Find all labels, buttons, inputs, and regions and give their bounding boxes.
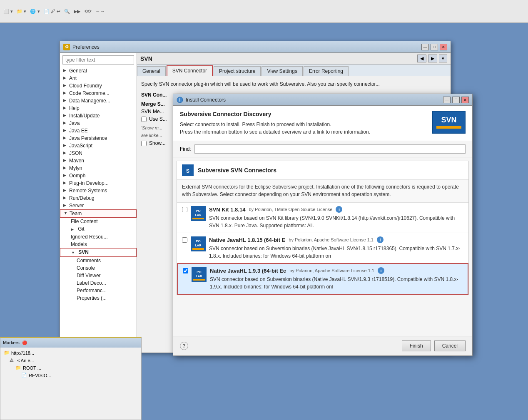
javaHL-1815-checkbox[interactable] <box>182 237 187 243</box>
tree-item-install-update[interactable]: ▶ Install/Update <box>60 112 137 119</box>
javaHL-193-logo: PO LAR <box>192 267 207 282</box>
tab-general[interactable]: General <box>137 66 166 76</box>
nav-back-button[interactable]: ◀ <box>417 55 426 62</box>
arrow-javascript: ▶ <box>63 143 68 148</box>
tree-item-plugin-dev[interactable]: ▶ Plug-in Develop... <box>60 179 137 187</box>
tabs-row: General SVN Connector Project structure … <box>137 65 451 76</box>
label-server: Server <box>69 203 84 209</box>
javaHL-193-details: Native JavaHL 1.9.3 (64-bit Ec by Polari… <box>210 267 463 291</box>
window-controls[interactable]: — □ ✕ <box>421 44 447 50</box>
dialog-close-button[interactable]: ✕ <box>461 97 469 103</box>
tree-item-svn[interactable]: ▼ SVN <box>60 248 137 257</box>
tree-item-ant[interactable]: ▶ Ant <box>60 75 137 82</box>
find-input[interactable] <box>194 144 466 154</box>
tree-item-help[interactable]: ▶ Help <box>60 104 137 112</box>
markers-node-revision[interactable]: 📄 REVISIO... <box>2 372 139 379</box>
tree-item-run-debug[interactable]: ▶ Run/Debug <box>60 194 137 202</box>
markers-node-root[interactable]: 📁 ROOT ... <box>2 364 139 372</box>
nav-dropdown-button[interactable]: ▾ <box>439 55 447 62</box>
filter-input[interactable] <box>62 55 134 65</box>
tree-item-mylyn[interactable]: ▶ Mylyn <box>60 164 137 172</box>
tab-project-structure[interactable]: Project structure <box>214 66 261 76</box>
label-remote-sys: Remote Systems <box>69 188 107 194</box>
connector-group-desc: External SVN connectors for the Eclipse … <box>177 180 468 202</box>
ane-icon: ⚠ <box>10 358 15 363</box>
tree-item-java-persistence[interactable]: ▶ Java Persistence <box>60 134 137 142</box>
svnkit-1814-info-icon[interactable]: i <box>336 206 342 213</box>
tree-item-label-deco[interactable]: Label Deco... <box>60 279 137 287</box>
nav-forward-button[interactable]: ▶ <box>428 55 437 62</box>
label-ignored-res: Ignored Resou... <box>71 234 108 240</box>
javaHL-193-checkbox[interactable] <box>183 268 188 273</box>
tree-item-javascript[interactable]: ▶ JavaScript <box>60 142 137 149</box>
cancel-button[interactable]: Cancel <box>434 340 466 351</box>
tree-item-git[interactable]: ▶ Git <box>60 225 137 233</box>
arrow-oomph: ▶ <box>63 173 68 178</box>
svg-text:i: i <box>179 98 181 102</box>
preferences-header: SVN ◀ ▶ ▾ <box>137 53 451 65</box>
dialog-main-title: Subversive Connector Discovery <box>180 111 370 117</box>
root-folder-icon: 📁 <box>15 365 21 371</box>
svn-logo: SVN <box>432 111 466 134</box>
svg-rect-15 <box>193 279 205 281</box>
tree-item-java-ee[interactable]: ▶ Java EE <box>60 127 137 134</box>
label-models: Models <box>71 241 87 247</box>
tree-item-remote-sys[interactable]: ▶ Remote Systems <box>60 187 137 194</box>
javaHL-1815-license: by Polarion, Apache Software License 1.1 <box>289 237 374 242</box>
tab-svn-connector[interactable]: SVN Connector <box>167 65 213 76</box>
javaHL-193-license: by Polarion, Apache Software License 1.1 <box>289 268 374 273</box>
label-team: Team <box>70 211 82 216</box>
tree-item-diff-viewer[interactable]: Diff Viewer <box>60 272 137 279</box>
svnkit-1814-details: SVN Kit 1.8.14 by Polarion, TMate Open S… <box>209 206 463 229</box>
tree-item-team[interactable]: ▼ Team <box>60 209 137 218</box>
tree-item-maven[interactable]: ▶ Maven <box>60 157 137 164</box>
tree-item-server[interactable]: ▶ Server <box>60 202 137 209</box>
show-checkbox[interactable] <box>141 141 147 146</box>
use-checkbox[interactable] <box>141 117 147 122</box>
tree-item-file-content[interactable]: File Content <box>60 218 137 225</box>
connectors-list: S Subversive SVN Connectors External SVN… <box>173 157 472 336</box>
arrow-general: ▶ <box>63 68 68 73</box>
svn-page-title: SVN <box>140 55 152 62</box>
finish-button[interactable]: Finish <box>402 340 431 351</box>
svnkit-1814-checkbox[interactable] <box>182 207 187 212</box>
javaHL-1815-info-icon[interactable]: i <box>377 236 384 243</box>
markers-titlebar: Markers 🔴 <box>0 338 141 348</box>
markers-node-http[interactable]: 📁 http://118... <box>2 349 139 357</box>
svg-text:PO: PO <box>196 239 201 243</box>
label-performance: Performanc... <box>77 288 107 293</box>
tree-item-cloud-foundry[interactable]: ▶ Cloud Foundry <box>60 82 137 89</box>
close-button[interactable]: ✕ <box>440 44 447 50</box>
tree-item-general[interactable]: ▶ General <box>60 67 137 75</box>
dialog-maximize-button[interactable]: □ <box>452 97 460 103</box>
tree-item-ignored-res[interactable]: Ignored Resou... <box>60 233 137 241</box>
maximize-button[interactable]: □ <box>431 44 438 50</box>
tree-item-java[interactable]: ▶ Java <box>60 119 137 127</box>
arrow-code-recomm: ▶ <box>63 91 68 96</box>
dialog-controls[interactable]: — □ ✕ <box>443 97 469 103</box>
tree-item-json[interactable]: ▶ JSON <box>60 149 137 157</box>
dialog-help-icon[interactable]: ? <box>180 342 188 350</box>
tree-item-comments[interactable]: Comments <box>60 257 137 264</box>
tree-item-data-mgmt[interactable]: ▶ Data Manageme... <box>60 97 137 104</box>
tree-item-properties[interactable]: Properties (... <box>60 294 137 302</box>
tree-item-console[interactable]: Console <box>60 264 137 272</box>
tree-item-code-recomm[interactable]: ▶ Code Recomme... <box>60 89 137 97</box>
minimize-button[interactable]: — <box>421 44 429 50</box>
label-code-recomm: Code Recomme... <box>69 90 110 96</box>
label-comments: Comments <box>77 258 101 263</box>
tab-view-settings[interactable]: View Settings <box>262 66 303 76</box>
tree-item-models[interactable]: Models <box>60 241 137 248</box>
svg-text:PO: PO <box>196 209 201 213</box>
javaHL-1815-name: Native JavaHL 1.8.15 (64-bit E <box>209 237 285 243</box>
javaHL-193-info-icon[interactable]: i <box>378 267 384 274</box>
arrow-help: ▶ <box>63 106 68 111</box>
tree-item-oomph[interactable]: ▶ Oomph <box>60 172 137 179</box>
dialog-minimize-button[interactable]: — <box>443 97 451 103</box>
http-folder-icon: 📁 <box>4 350 10 356</box>
arrow-data-mgmt: ▶ <box>63 98 68 103</box>
tab-error-reporting[interactable]: Error Reporting <box>304 66 349 76</box>
markers-node-ane[interactable]: ⚠ < An e... <box>2 357 139 364</box>
tree-item-performance[interactable]: Performanc... <box>60 287 137 294</box>
arrow-svn: ▼ <box>71 251 76 256</box>
